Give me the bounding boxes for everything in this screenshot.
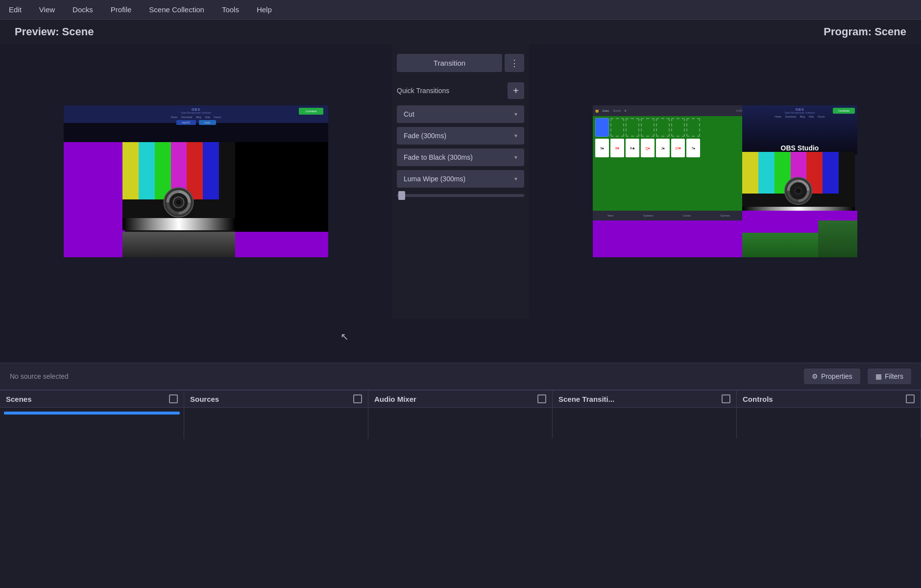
filters-button[interactable]: ▦ Filters — [868, 368, 911, 384]
program-purple-bottom-left — [593, 220, 745, 257]
fade-chevron: ▾ — [514, 132, 517, 139]
menu-profile[interactable]: Profile — [107, 3, 136, 16]
transition-panel: Transition ⋮ Quick Transitions + Cut ▾ F… — [392, 44, 529, 318]
card-4: Q♦ — [641, 139, 654, 157]
menu-help[interactable]: Help — [253, 3, 276, 16]
menu-view[interactable]: View — [35, 3, 59, 16]
card-play-area: 9♠ 8♥ K♣ Q♦ J♠ 10♥ 7♠ — [593, 139, 745, 157]
no-source-text: No source selected — [10, 372, 69, 380]
quick-transitions-row: Quick Transitions + — [397, 80, 524, 101]
card-3: K♣ — [626, 139, 639, 157]
empty-slot-3 — [641, 118, 654, 137]
sources-panel-header: Sources — [184, 391, 368, 408]
controls-panel-label: Controls — [743, 395, 773, 403]
properties-button[interactable]: ⚙ Properties — [804, 368, 860, 384]
program-panel: 🐱 Easy Score 0 0:00 — [529, 44, 921, 318]
transition-slider-track — [397, 194, 524, 197]
controls-dock-icon[interactable] — [906, 394, 915, 403]
gray-gradient-bottom — [122, 232, 235, 257]
scene-transitions-dock-icon[interactable] — [722, 394, 730, 403]
menu-tools[interactable]: Tools — [218, 3, 243, 16]
add-quick-transition-button[interactable]: + — [508, 82, 524, 99]
controls-panel: Controls — [737, 391, 921, 439]
controls-panel-header: Controls — [737, 391, 921, 408]
scenes-panel-header: Scenes — [0, 391, 184, 408]
scene-transitions-panel-label: Scene Transiti... — [558, 395, 614, 403]
program-grass — [742, 233, 818, 257]
menu-scene-collection[interactable]: Scene Collection — [145, 3, 208, 16]
card-5: J♠ — [656, 139, 670, 157]
audio-mixer-dock-icon[interactable] — [537, 394, 546, 403]
main-area: OBS Open Broadcaster Software HomeDownlo… — [0, 44, 921, 318]
audio-mixer-panel: Audio Mixer — [368, 391, 553, 439]
menu-edit[interactable]: Edit — [5, 3, 25, 16]
audio-mixer-panel-label: Audio Mixer — [374, 395, 416, 403]
dock-panels: Scenes Sources Audio Mixer Scene Transit… — [0, 390, 921, 439]
program-color-bars-container — [742, 152, 855, 216]
cut-chevron: ▾ — [514, 111, 517, 118]
menu-docks[interactable]: Docks — [69, 3, 97, 16]
transition-button[interactable]: Transition — [397, 54, 502, 72]
scene-transitions-panel-header: Scene Transiti... — [553, 391, 736, 408]
luma-wipe-label: Luma Wipe (300ms) — [404, 175, 465, 183]
svg-point-4 — [176, 200, 181, 205]
fade-select[interactable]: Fade (300ms) ▾ — [397, 127, 524, 145]
empty-area: ↖ — [0, 318, 921, 363]
empty-slot-4 — [656, 118, 670, 137]
card-blue — [595, 118, 609, 137]
preview-panel: OBS Open Broadcaster Software HomeDownlo… — [0, 44, 392, 318]
scenes-panel: Scenes — [0, 391, 184, 439]
scenes-panel-label: Scenes — [6, 395, 32, 403]
bar-blue — [203, 142, 219, 199]
program-label: Program: Scene — [824, 25, 906, 38]
transition-more-button[interactable]: ⋮ — [505, 54, 524, 72]
quick-transitions-label: Quick Transitions — [397, 87, 449, 95]
preview-program-bar: Preview: Scene Program: Scene — [0, 20, 921, 44]
program-scene[interactable]: 🐱 Easy Score 0 0:00 — [593, 105, 857, 257]
program-tree — [818, 220, 857, 257]
cursor-icon: ↖ — [340, 331, 349, 343]
card-7: 7♠ — [686, 139, 700, 157]
transition-slider-container — [397, 192, 524, 199]
preview-scene[interactable]: OBS Open Broadcaster Software HomeDownlo… — [64, 105, 328, 257]
obs-title: OBS — [192, 108, 200, 111]
cut-select[interactable]: Cut ▾ — [397, 105, 524, 123]
audio-mixer-panel-header: Audio Mixer — [368, 391, 552, 408]
preview-label: Preview: Scene — [15, 25, 94, 38]
sources-panel-label: Sources — [190, 395, 219, 403]
fade-label: Fade (300ms) — [404, 132, 446, 140]
filter-icon: ▦ — [875, 372, 882, 380]
card-1: 9♠ — [595, 139, 609, 157]
transition-header: Transition ⋮ — [397, 54, 524, 72]
svg-point-8 — [796, 188, 800, 193]
sources-panel: Sources — [184, 391, 368, 439]
bar-black — [219, 142, 235, 199]
luma-wipe-chevron: ▾ — [514, 175, 517, 182]
solitaire-bottom-bar: NewOptionsCardsGames — [593, 211, 745, 220]
card-top-row — [593, 116, 745, 139]
empty-slot-2 — [626, 118, 639, 137]
obs-logo-preview — [163, 187, 195, 220]
sources-dock-icon[interactable] — [353, 394, 362, 403]
purple-bottom — [64, 232, 328, 257]
fade-black-select[interactable]: Fade to Black (300ms) ▾ — [397, 148, 524, 166]
card-6: 10♥ — [671, 139, 685, 157]
obs-nav: HomeDownloadBlogHelpForum — [171, 116, 221, 119]
program-obs-web: OBS Open Broadcaster Software HomeDownlo… — [742, 105, 857, 154]
scenes-dock-icon[interactable] — [169, 394, 178, 403]
solitaire-bg: 🐱 Easy Score 0 0:00 — [593, 105, 745, 220]
transition-slider-thumb[interactable] — [398, 191, 405, 200]
bar-yellow — [122, 142, 139, 199]
fade-black-label: Fade to Black (300ms) — [404, 153, 473, 161]
cut-label: Cut — [404, 110, 414, 118]
fade-black-chevron: ▾ — [514, 154, 517, 161]
filters-label: Filters — [885, 372, 903, 380]
gear-icon: ⚙ — [812, 372, 818, 380]
bottom-toolbar: No source selected ⚙ Properties ▦ Filter… — [0, 363, 921, 390]
empty-slot-6 — [686, 118, 700, 137]
scenes-blue-bar — [4, 412, 180, 415]
solitaire-topbar: 🐱 Easy Score 0 0:00 — [593, 105, 745, 116]
obs-subtitle: Open Broadcaster Software — [181, 111, 211, 114]
luma-wipe-select[interactable]: Luma Wipe (300ms) ▾ — [397, 170, 524, 188]
color-bars-container — [122, 142, 235, 230]
